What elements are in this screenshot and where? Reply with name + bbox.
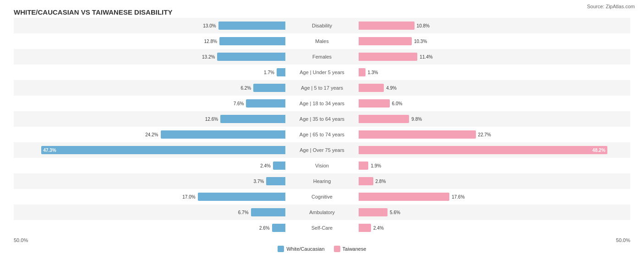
right-area: 10.3% <box>359 33 630 49</box>
legend-pink-label: Taiwanese <box>343 246 366 252</box>
row-label: Disability <box>285 23 359 28</box>
bar-blue: 13.2% <box>217 53 285 61</box>
row-label: Cognitive <box>285 194 359 199</box>
bar-section: 1.7% Age | Under 5 years 1.3% <box>14 65 630 80</box>
bar-pink: 2.8% <box>359 177 373 185</box>
bar-blue: 12.6% <box>220 115 285 123</box>
row-label: Females <box>285 54 359 59</box>
val-left: 6.7% <box>238 210 249 215</box>
val-right: 11.4% <box>420 54 432 59</box>
left-area: 6.2% <box>14 80 285 96</box>
bar-blue: 2.4% <box>273 162 285 170</box>
val-left: 24.2% <box>145 132 158 137</box>
bar-pink: 4.9% <box>359 84 384 92</box>
axis-row: 50.0% 50.0% <box>0 237 644 243</box>
row-label: Hearing <box>285 178 359 184</box>
val-right: 10.8% <box>417 23 430 28</box>
val-right: 6.0% <box>392 101 403 106</box>
val-left: 7.6% <box>234 101 244 106</box>
right-area: 1.3% <box>359 65 630 80</box>
val-right: 17.6% <box>452 194 464 199</box>
val-left: 1.7% <box>264 70 274 75</box>
row-label: Males <box>285 38 359 44</box>
bar-pink: 5.6% <box>359 208 387 216</box>
bar-section: 7.6% Age | 18 to 34 years 6.0% <box>14 96 630 111</box>
left-area: 13.2% <box>14 49 285 65</box>
val-right: 5.6% <box>390 210 400 215</box>
chart-row: 6.2% Age | 5 to 17 years 4.9% <box>14 80 630 96</box>
right-area: 48.2% <box>359 142 630 158</box>
left-area: 2.4% <box>14 158 285 173</box>
val-left: 13.0% <box>203 23 216 28</box>
right-area: 10.8% <box>359 18 630 33</box>
left-area: 12.8% <box>14 33 285 49</box>
chart-row: 12.6% Age | 35 to 64 years 9.8% <box>14 111 630 127</box>
chart-row: 2.6% Self-Care 2.4% <box>14 220 630 236</box>
chart-row: 7.6% Age | 18 to 34 years 6.0% <box>14 96 630 111</box>
val-left: 6.2% <box>240 86 251 91</box>
bar-section: 2.6% Self-Care 2.4% <box>14 220 630 236</box>
bar-pink: 2.4% <box>359 224 371 232</box>
bar-section: 2.4% Vision 1.9% <box>14 158 630 173</box>
legend: White/Caucasian Taiwanese <box>0 246 644 252</box>
chart-title: WHITE/CAUCASIAN VS TAIWANESE DISABILITY <box>0 5 644 18</box>
legend-blue: White/Caucasian <box>278 246 324 252</box>
bar-pink: 22.7% <box>359 130 476 139</box>
bar-blue: 2.6% <box>272 224 285 232</box>
right-area: 11.4% <box>359 49 630 65</box>
bar-pink: 11.4% <box>359 53 417 61</box>
val-right: 4.9% <box>386 86 397 91</box>
left-area: 24.2% <box>14 127 285 142</box>
left-area: 47.3% <box>14 142 285 158</box>
bar-pink: 10.8% <box>359 22 415 30</box>
val-right: 1.9% <box>371 163 381 168</box>
row-label: Age | 5 to 17 years <box>285 85 359 91</box>
val-inside-left: 47.3% <box>43 148 56 153</box>
bar-pink: 9.8% <box>359 115 409 123</box>
bar-blue: 17.0% <box>198 193 285 201</box>
bar-pink: 1.9% <box>359 162 368 170</box>
bar-section: 13.0% Disability 10.8% <box>14 18 630 33</box>
val-left: 17.0% <box>182 194 195 199</box>
legend-pink: Taiwanese <box>334 246 366 252</box>
val-left: 12.6% <box>205 117 218 122</box>
left-area: 1.7% <box>14 65 285 80</box>
val-right: 22.7% <box>478 132 491 137</box>
right-area: 17.6% <box>359 189 630 205</box>
legend-pink-color <box>334 246 340 252</box>
val-right: 2.4% <box>373 226 384 231</box>
axis-right: 50.0% <box>359 237 630 243</box>
val-left: 13.2% <box>202 54 215 59</box>
chart-row: 13.0% Disability 10.8% <box>14 18 630 33</box>
val-right: 1.3% <box>368 70 378 75</box>
right-area: 6.0% <box>359 96 630 111</box>
axis-left: 50.0% <box>14 237 285 243</box>
left-area: 7.6% <box>14 96 285 111</box>
bar-blue: 13.0% <box>218 22 285 30</box>
chart-row: 12.8% Males 10.3% <box>14 33 630 49</box>
bar-pink: 48.2% <box>359 146 607 154</box>
val-left: 2.6% <box>259 226 270 231</box>
legend-blue-label: White/Caucasian <box>286 246 324 252</box>
right-area: 1.9% <box>359 158 630 173</box>
bar-pink: 1.3% <box>359 68 366 76</box>
val-inside-right: 48.2% <box>592 148 605 153</box>
val-left: 12.8% <box>204 39 217 44</box>
right-area: 2.4% <box>359 220 630 236</box>
legend-blue-color <box>278 246 284 252</box>
left-area: 12.6% <box>14 111 285 127</box>
chart-row: 24.2% Age | 65 to 74 years 22.7% <box>14 127 630 142</box>
left-area: 3.7% <box>14 173 285 189</box>
bar-blue: 47.3% <box>41 146 285 154</box>
bar-blue: 1.7% <box>277 68 285 76</box>
bar-section: 47.3% Age | Over 75 years 48.2% <box>14 142 630 158</box>
val-left: 3.7% <box>254 179 264 184</box>
chart-row: 1.7% Age | Under 5 years 1.3% <box>14 65 630 80</box>
chart-row: 2.4% Vision 1.9% <box>14 158 630 173</box>
left-area: 17.0% <box>14 189 285 205</box>
row-label: Age | Under 5 years <box>285 70 359 75</box>
bar-pink: 10.3% <box>359 37 412 45</box>
source-label: Source: ZipAtlas.com <box>587 4 635 9</box>
row-label: Age | 35 to 64 years <box>285 116 359 122</box>
row-label: Self-Care <box>285 225 359 231</box>
